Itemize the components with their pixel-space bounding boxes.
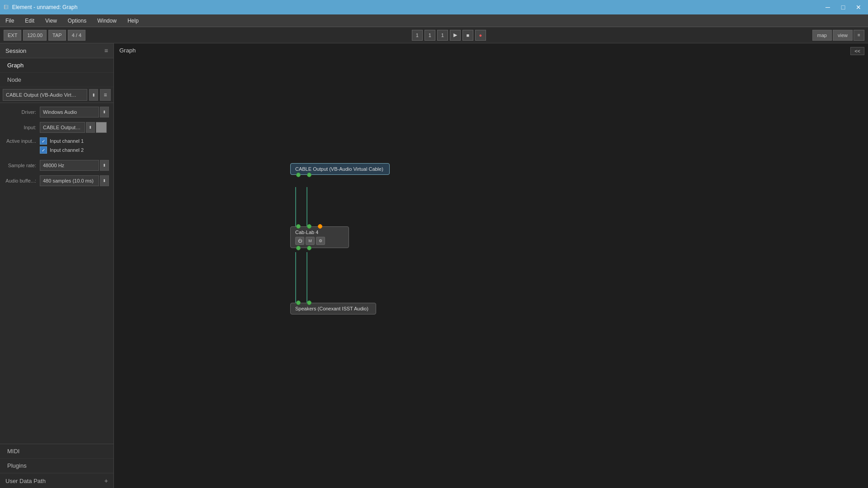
stop-button[interactable]: ■ — [462, 30, 473, 41]
input-select-wrap: CABLE Output (V... ⬍ — [40, 122, 109, 133]
graph-title: Graph — [119, 47, 136, 54]
cab-lab-controls: ⏻ M ⚙ — [295, 237, 344, 245]
port-cablab-in-1[interactable] — [296, 224, 301, 229]
port-cable-out-2[interactable] — [307, 173, 311, 177]
port-speakers-in-1[interactable] — [296, 300, 301, 305]
main-layout: Session ≡ Graph Node CABLE Output (VB-Au… — [0, 43, 868, 488]
view-button[interactable]: view — [833, 30, 853, 41]
input-color-swatch[interactable] — [96, 122, 107, 133]
maximize-button[interactable]: □ — [837, 3, 849, 12]
device-select[interactable]: CABLE Output (VB-Audio Virtual Cable) — [3, 89, 87, 101]
device-selector: CABLE Output (VB-Audio Virtual Cable) ⬍ … — [0, 87, 113, 103]
session-menu-icon[interactable]: ≡ — [104, 47, 108, 54]
cab-lab-power-btn[interactable]: ⏻ — [295, 237, 304, 245]
session-label: Session — [5, 47, 26, 54]
input-spinner[interactable]: ⬍ — [86, 122, 95, 133]
graph-area[interactable]: Graph << CABLE Output (VB-Audio Virtual … — [114, 43, 868, 488]
menu-view[interactable]: View — [40, 16, 62, 26]
port-speakers-in-2[interactable] — [307, 300, 311, 305]
channel-1-row: ✓ Input channel 1 — [40, 137, 84, 145]
node-cab-lab-label: Cab-Lab 4 — [295, 230, 318, 235]
audio-buffer-select[interactable]: 480 samples (10.0 ms) — [40, 175, 99, 186]
input-select[interactable]: CABLE Output (V... — [40, 122, 85, 133]
driver-select-wrap: Windows Audio ⬍ — [40, 107, 109, 117]
channel-2-row: ✓ Input channel 2 — [40, 146, 84, 154]
cab-lab-settings-btn[interactable]: ⚙ — [316, 237, 325, 245]
audio-buffer-spinner[interactable]: ⬍ — [100, 175, 109, 186]
node-cable-output-label: CABLE Output (VB-Audio Virtual Cable) — [295, 166, 383, 172]
add-user-data-path-button[interactable]: + — [104, 477, 108, 484]
close-button[interactable]: ✕ — [853, 3, 864, 12]
sample-rate-row: Sample rate: 48000 Hz ⬍ — [5, 160, 109, 171]
port-cablab-out-2[interactable] — [307, 246, 311, 250]
minimize-button[interactable]: ─ — [822, 3, 834, 12]
active-input-row: Active input... ✓ Input channel 1 ✓ Inpu… — [5, 137, 109, 155]
device-menu-btn[interactable]: ≡ — [100, 89, 111, 101]
menu-options[interactable]: Options — [62, 16, 92, 26]
sample-rate-select-wrap: 48000 Hz ⬍ — [40, 160, 109, 171]
channels-section: ✓ Input channel 1 ✓ Input channel 2 — [40, 137, 84, 155]
node-speakers[interactable]: Speakers (Conexant ISST Audio) — [290, 303, 376, 314]
record-button[interactable]: ● — [475, 30, 486, 41]
sample-rate-label: Sample rate: — [5, 163, 36, 168]
counter2-button[interactable]: 1 — [425, 30, 435, 41]
tap-button[interactable]: TAP — [48, 30, 66, 41]
menu-help[interactable]: Help — [122, 16, 144, 26]
nav-midi[interactable]: MIDI — [0, 444, 113, 459]
menu-edit[interactable]: Edit — [19, 16, 40, 26]
port-cablab-out-1[interactable] — [296, 246, 301, 250]
audio-buffer-label: Audio buffe...: — [5, 178, 36, 183]
node-cab-lab[interactable]: Cab-Lab 4 ⏻ M ⚙ — [290, 226, 349, 248]
driver-spinner[interactable]: ⬍ — [100, 107, 109, 117]
counter3-button[interactable]: 1 — [437, 30, 448, 41]
channel-2-checkbox[interactable]: ✓ — [40, 146, 47, 154]
input-row: Input: CABLE Output (V... ⬍ — [5, 122, 109, 133]
active-input-label: Active input... — [5, 137, 36, 144]
window-title: Element - unnamed: Graph — [12, 4, 818, 10]
channel-1-label: Input channel 1 — [50, 138, 84, 144]
port-cablab-in-2[interactable] — [307, 224, 311, 229]
menu-file[interactable]: File — [0, 16, 19, 26]
driver-label: Driver: — [5, 109, 36, 115]
ext-button[interactable]: EXT — [4, 30, 21, 41]
position-button[interactable]: 4 / 4 — [68, 30, 85, 41]
node-cable-output[interactable]: CABLE Output (VB-Audio Virtual Cable) — [290, 163, 390, 175]
sample-rate-spinner[interactable]: ⬍ — [100, 160, 109, 171]
nav-graph[interactable]: Graph — [0, 58, 113, 73]
collapse-graph-button[interactable]: << — [850, 47, 864, 55]
port-cable-out-1[interactable] — [296, 173, 301, 177]
properties-section: Driver: Windows Audio ⬍ Input: CABLE Out… — [0, 103, 113, 444]
graph-wires — [114, 43, 868, 488]
user-data-path-row: User Data Path + — [0, 473, 113, 488]
sidebar: Session ≡ Graph Node CABLE Output (VB-Au… — [0, 43, 114, 488]
audio-buffer-row: Audio buffe...: 480 samples (10.0 ms) ⬍ — [5, 175, 109, 186]
map-button[interactable]: map — [812, 30, 832, 41]
cab-lab-mute-btn[interactable]: M — [306, 237, 315, 245]
counter1-button[interactable]: 1 — [412, 30, 423, 41]
audio-buffer-select-wrap: 480 samples (10.0 ms) ⬍ — [40, 175, 109, 186]
device-spinner[interactable]: ⬍ — [89, 89, 98, 101]
input-label: Input: — [5, 125, 36, 130]
title-bar: El Element - unnamed: Graph ─ □ ✕ — [0, 0, 868, 14]
sample-rate-select[interactable]: 48000 Hz — [40, 160, 99, 171]
nav-plugins[interactable]: Plugins — [0, 459, 113, 473]
user-data-path-label: User Data Path — [5, 478, 46, 484]
menu-bar: File Edit View Options Window Help — [0, 14, 868, 27]
channel-2-label: Input channel 2 — [50, 147, 84, 153]
menu-window[interactable]: Window — [92, 16, 122, 26]
driver-row: Driver: Windows Audio ⬍ — [5, 107, 109, 117]
toolbar-collapse-button[interactable]: ≡ — [854, 30, 864, 41]
channel-1-checkbox[interactable]: ✓ — [40, 137, 47, 145]
bottom-nav: MIDI Plugins User Data Path + — [0, 444, 113, 488]
nav-node[interactable]: Node — [0, 73, 113, 87]
app-icon: El — [4, 4, 9, 10]
session-header: Session ≡ — [0, 43, 113, 58]
node-speakers-label: Speakers (Conexant ISST Audio) — [295, 306, 368, 311]
port-cablab-in-3[interactable] — [318, 224, 322, 229]
toolbar: EXT 120.00 TAP 4 / 4 1 1 1 ▶ ■ ● map vie… — [0, 27, 868, 43]
play-button[interactable]: ▶ — [450, 30, 461, 41]
bpm-button[interactable]: 120.00 — [23, 30, 47, 41]
driver-select[interactable]: Windows Audio — [40, 107, 99, 117]
